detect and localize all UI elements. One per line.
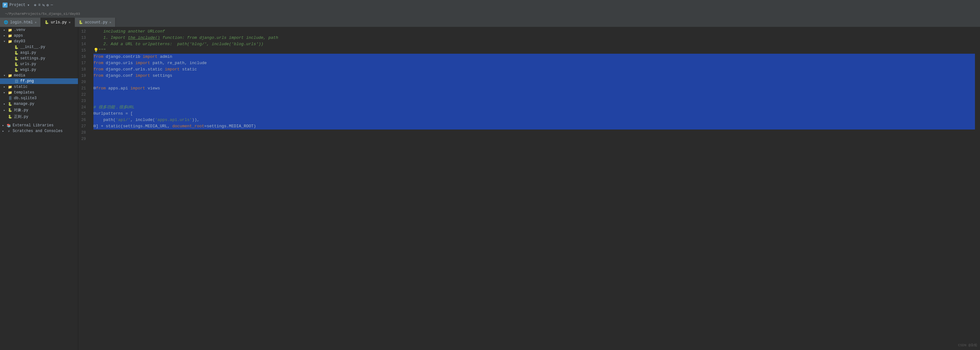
code-content-27b: =settings.MEDIA_ROOT) <box>204 123 256 129</box>
sidebar-item-ffpng[interactable]: 🖼 ff.png <box>0 78 78 84</box>
sidebar-item-urls[interactable]: 🐍 urls.py <box>0 61 78 67</box>
code-line-18: from django.conf.urls.static import stat… <box>94 66 975 73</box>
sidebar-item-manage[interactable]: 🐍 manage.py <box>0 101 78 107</box>
py-urls-icon: 🐍 <box>14 62 19 66</box>
arrow-scratches <box>1 129 5 133</box>
str2-26: 'apps.api.urls' <box>155 117 192 123</box>
ln-29: 29 <box>78 136 90 142</box>
tab-urls-close[interactable]: ✕ <box>68 21 70 24</box>
fold-27: ⊟ <box>94 123 96 129</box>
ln-16: 16 <box>78 54 90 60</box>
sidebar-label-db: db.sqlite3 <box>14 96 37 100</box>
code-line-26: path('api/', include('apps.api.urls')), <box>94 117 975 123</box>
sidebar-item-static[interactable]: 📁 static <box>0 84 78 90</box>
line-numbers: 12 13 14 15 16 17 18 19 20 21 22 23 24 2… <box>78 29 94 349</box>
sort-icon[interactable]: ≒ <box>42 3 45 8</box>
code-content-12: including another URLconf <box>94 29 165 35</box>
sidebar-label-duixiang: 对象.py <box>14 107 29 113</box>
arrow-venv <box>3 28 6 32</box>
code-content-27a: ] + static(settings.MEDIA_URL, <box>96 123 172 129</box>
name-21: views <box>148 85 160 92</box>
tab-login-label: login.html <box>10 20 33 25</box>
sidebar-label-manage: manage.py <box>14 102 34 106</box>
code-content-13: 1. Import the include() function: from d… <box>94 35 278 41</box>
folder-templates-icon: 📁 <box>8 91 13 95</box>
code-content-26b: , include( <box>130 117 155 123</box>
var-25: urlpatterns = [ <box>96 111 133 117</box>
sidebar-item-db[interactable]: 🗄 db.sqlite3 <box>0 95 78 101</box>
sidebar-label-extlibs: External Libraries <box>13 123 54 127</box>
code-lines[interactable]: including another URLconf 1. Import the … <box>94 29 980 349</box>
arrow-duixiang <box>3 108 6 112</box>
sidebar-label-scratches: Scratches and Consoles <box>13 129 62 133</box>
tab-account-close[interactable]: ✕ <box>110 21 111 24</box>
sidebar-label-asgi: asgi.py <box>20 51 36 55</box>
project-title: Project <box>10 3 25 7</box>
sidebar-item-duixiang[interactable]: 🐍 对象.py <box>0 107 78 113</box>
sidebar-item-asgi[interactable]: 🐍 asgi.py <box>0 50 78 56</box>
sync-icon[interactable]: ⊕ <box>34 3 36 8</box>
from-18: from <box>94 66 106 73</box>
code-line-20 <box>94 79 975 85</box>
settings-icon[interactable]: ⚙ <box>46 3 49 8</box>
import-17: import <box>135 60 153 66</box>
tab-login-icon: 🌐 <box>4 20 8 24</box>
py-duixiang-icon: 🐍 <box>8 108 13 112</box>
ln-19: 19 <box>78 73 90 79</box>
mod-18: django.conf.urls.static <box>106 66 165 73</box>
sidebar-item-settings[interactable]: 🐍 settings.py <box>0 56 78 61</box>
scratches-icon: ⚡ <box>6 129 11 133</box>
tab-urls[interactable]: 🐍 urls.py ✕ <box>41 18 75 27</box>
from-19: from <box>94 73 106 79</box>
py-wsgi-icon: 🐍 <box>14 68 19 72</box>
py-manage-icon: 🐍 <box>8 102 13 106</box>
sidebar-item-init[interactable]: 🐍 __init__.py <box>0 44 78 50</box>
sidebar-item-extlibs[interactable]: 📚 External Libraries <box>0 123 78 128</box>
project-path: ~/PycharmProjects/5x_django_s1/day03 <box>5 12 80 16</box>
tab-login-close[interactable]: ✕ <box>35 21 37 24</box>
import-16: import <box>143 54 160 60</box>
ln-15: 15 <box>78 48 90 54</box>
tab-account[interactable]: 🐍 account.py ✕ <box>75 18 116 27</box>
sidebar-item-zeze[interactable]: 🐍 正则.py <box>0 113 78 120</box>
mod-21: apps.api <box>108 85 130 92</box>
tab-urls-icon: 🐍 <box>45 20 49 24</box>
sidebar-item-apps[interactable]: 📁 apps <box>0 33 78 38</box>
arrow-media <box>3 73 6 77</box>
name-17: path, re_path, include <box>153 60 207 66</box>
ln-14: 14 <box>78 41 90 48</box>
ln-24: 24 <box>78 104 90 111</box>
code-line-24: # 很多功能，很多URL <box>94 104 975 111</box>
png-ffpng-icon: 🖼 <box>14 79 19 83</box>
watermark: CSDN @杂烩 <box>958 343 977 347</box>
mod-19: django.conf <box>106 73 135 79</box>
folder-static-icon: 📁 <box>8 85 13 89</box>
close-sidebar-icon[interactable]: — <box>51 3 53 8</box>
collapse-icon[interactable]: ≡ <box>38 3 40 8</box>
import-21: import <box>130 85 148 92</box>
sidebar-item-media[interactable]: 📁 media <box>0 73 78 78</box>
name-16: admin <box>160 54 172 60</box>
sidebar-item-day03[interactable]: 📁 day03 <box>0 38 78 44</box>
sidebar-label-ffpng: ff.png <box>20 79 34 83</box>
project-label-area: P Project ▾ ⊕ ≡ ≒ ⚙ — <box>3 3 53 8</box>
code-line-21: ⊟ from apps.api import views <box>94 85 975 92</box>
code-line-12: including another URLconf <box>94 29 975 35</box>
tab-login[interactable]: 🌐 login.html ✕ <box>0 18 41 27</box>
py-zeze-icon: 🐍 <box>8 115 13 119</box>
sidebar-label-templates: templates <box>14 90 34 95</box>
code-line-14: 2. Add a URL to urlpatterns: path('blog/… <box>94 41 975 48</box>
sidebar-item-venv[interactable]: 📁 .venv <box>0 27 78 33</box>
name-19: settings <box>153 73 172 79</box>
editor-area[interactable]: 12 13 14 15 16 17 18 19 20 21 22 23 24 2… <box>78 27 980 350</box>
project-dropdown-icon[interactable]: ▾ <box>27 3 29 8</box>
ln-22: 22 <box>78 92 90 98</box>
sidebar-label-wsgi: wsgi.py <box>20 68 36 72</box>
sidebar-item-scratches[interactable]: ⚡ Scratches and Consoles <box>0 128 78 134</box>
sidebar-item-templates[interactable]: 📁 templates <box>0 90 78 95</box>
tab-bar: 🌐 login.html ✕ 🐍 urls.py ✕ 🐍 account.py … <box>0 18 980 27</box>
project-icons: ⊕ ≡ ≒ ⚙ — <box>34 3 53 8</box>
arrow-extlibs <box>1 124 5 127</box>
ln-12: 12 <box>78 29 90 35</box>
sidebar-item-wsgi[interactable]: 🐍 wsgi.py <box>0 67 78 73</box>
